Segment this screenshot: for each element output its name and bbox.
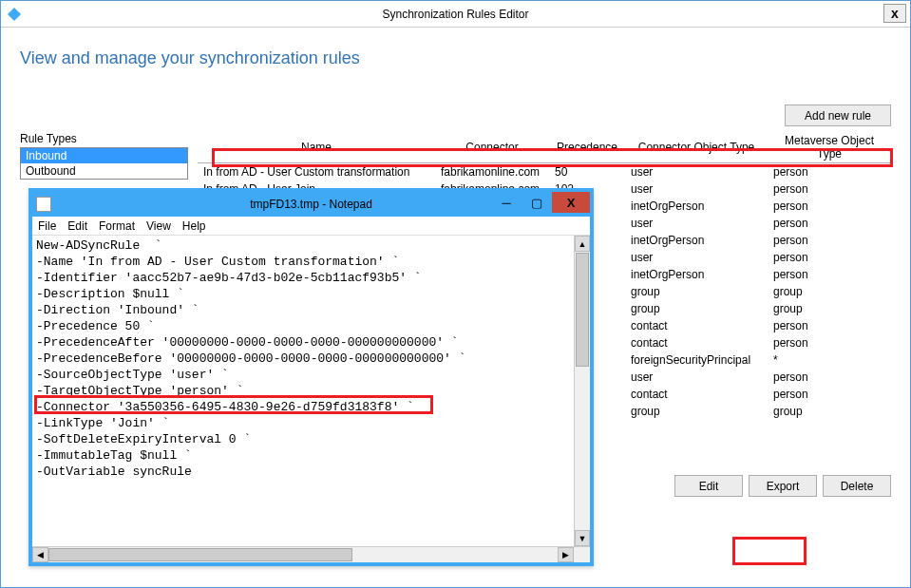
- notepad-maximize-button[interactable]: ▢: [522, 192, 552, 213]
- cell-cot: inetOrgPerson: [625, 198, 768, 215]
- scroll-corner: [574, 547, 590, 562]
- cell-mot: person: [768, 266, 891, 283]
- cell-precedence: 50: [549, 163, 625, 181]
- titlebar: Synchronization Rules Editor x: [1, 1, 910, 28]
- notepad-body: New-ADSyncRule ` -Name 'In from AD - Use…: [32, 236, 590, 546]
- col-metaverse-object-type[interactable]: Metaverse Object Type: [768, 132, 891, 163]
- menu-format[interactable]: Format: [99, 219, 135, 233]
- cell-cot: inetOrgPerson: [625, 266, 768, 283]
- col-precedence[interactable]: Precedence: [549, 132, 625, 163]
- page-heading: View and manage your synchronization rul…: [20, 48, 891, 68]
- cell-mot: person: [768, 232, 891, 249]
- cell-cot: inetOrgPerson: [625, 232, 768, 249]
- cell-mot: group: [768, 283, 891, 300]
- cell-mot: *: [768, 351, 891, 369]
- table-row[interactable]: In from AD - User Custom transformationf…: [198, 163, 891, 181]
- cell-mot: person: [768, 163, 891, 181]
- notepad-titlebar[interactable]: tmpFD13.tmp - Notepad ─ ▢ X: [32, 192, 590, 217]
- cell-mot: group: [768, 300, 891, 317]
- edit-button[interactable]: Edit: [674, 475, 743, 497]
- menu-edit[interactable]: Edit: [67, 219, 87, 233]
- notepad-close-button[interactable]: X: [552, 192, 590, 213]
- cell-mot: person: [768, 180, 891, 198]
- cell-mot: person: [768, 317, 891, 334]
- cell-cot: foreignSecurityPrincipal: [625, 351, 768, 369]
- rule-types-listbox[interactable]: InboundOutbound: [20, 147, 188, 180]
- hscroll-track[interactable]: [48, 547, 558, 562]
- hscroll-thumb[interactable]: [48, 548, 352, 561]
- cell-cot: user: [625, 163, 768, 181]
- window-close-button[interactable]: x: [883, 4, 906, 23]
- export-button[interactable]: Export: [749, 475, 817, 497]
- menu-help[interactable]: Help: [182, 219, 206, 233]
- cell-name: In from AD - User Custom transformation: [198, 163, 435, 181]
- cell-cot: group: [625, 300, 768, 317]
- rule-types-label: Rule Types: [20, 132, 188, 145]
- scroll-thumb[interactable]: [576, 253, 589, 367]
- cell-cot: user: [625, 215, 768, 232]
- cell-mot: person: [768, 215, 891, 232]
- menu-file[interactable]: File: [38, 219, 56, 233]
- cell-cot: user: [625, 249, 768, 266]
- scroll-up-icon[interactable]: ▲: [575, 236, 590, 252]
- rule-type-item-inbound[interactable]: Inbound: [21, 148, 187, 163]
- top-toolbar: Add new rule: [20, 104, 891, 126]
- delete-button[interactable]: Delete: [823, 475, 891, 497]
- rule-type-item-outbound[interactable]: Outbound: [21, 163, 187, 179]
- cell-cot: contact: [625, 317, 768, 334]
- cell-mot: person: [768, 334, 891, 351]
- notepad-window: tmpFD13.tmp - Notepad ─ ▢ X FileEditForm…: [28, 188, 594, 566]
- rule-types-panel: Rule Types InboundOutbound: [20, 132, 188, 180]
- cell-cot: user: [625, 180, 768, 198]
- notepad-hscroll[interactable]: ◀ ▶: [32, 546, 590, 562]
- add-new-rule-button[interactable]: Add new rule: [785, 104, 891, 126]
- notepad-vscroll[interactable]: ▲ ▼: [574, 236, 590, 546]
- window-title: Synchronization Rules Editor: [1, 8, 910, 21]
- cell-mot: person: [768, 386, 891, 403]
- cell-connector: fabrikamonline.com: [435, 163, 549, 181]
- cell-cot: contact: [625, 334, 768, 351]
- notepad-window-buttons: ─ ▢ X: [491, 192, 590, 213]
- cell-mot: person: [768, 249, 891, 266]
- cell-mot: person: [768, 198, 891, 215]
- cell-cot: group: [625, 403, 768, 420]
- notepad-minimize-button[interactable]: ─: [491, 192, 522, 213]
- col-connector[interactable]: Connector: [435, 132, 549, 163]
- cell-mot: person: [768, 369, 891, 386]
- col-connector-object-type[interactable]: Connector Object Type: [625, 132, 768, 163]
- cell-cot: user: [625, 369, 768, 386]
- scroll-left-icon[interactable]: ◀: [32, 547, 48, 562]
- notepad-menubar[interactable]: FileEditFormatViewHelp: [32, 217, 590, 236]
- cell-cot: group: [625, 283, 768, 300]
- notepad-text-area[interactable]: New-ADSyncRule ` -Name 'In from AD - Use…: [32, 236, 574, 546]
- menu-view[interactable]: View: [146, 219, 171, 233]
- col-name[interactable]: Name: [198, 132, 435, 163]
- scroll-down-icon[interactable]: ▼: [575, 530, 590, 546]
- cell-mot: group: [768, 403, 891, 420]
- scroll-right-icon[interactable]: ▶: [558, 547, 574, 562]
- cell-cot: contact: [625, 386, 768, 403]
